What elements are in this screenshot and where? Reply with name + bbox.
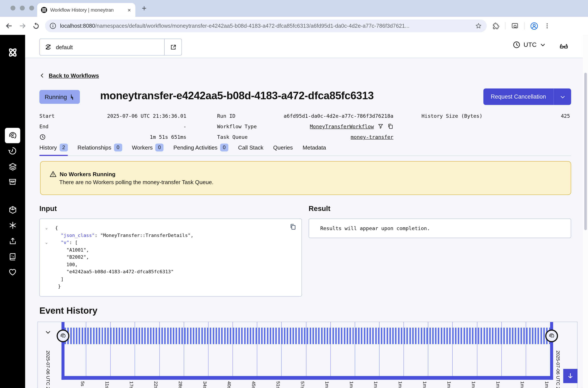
bookmark-star-icon[interactable] — [475, 22, 482, 30]
nav-schedules[interactable] — [0, 146, 25, 155]
forward-icon[interactable] — [18, 21, 27, 30]
history-size-label: History Size (Bytes) — [421, 113, 483, 119]
warning-title: No Workers Running — [60, 171, 115, 177]
workflow-tabs: History2Relationships0Workers0Pending Ac… — [39, 144, 571, 156]
end-label: End — [39, 123, 49, 129]
timeline-tick-label: 1m — [446, 381, 452, 388]
running-pulse-icon — [69, 94, 74, 100]
timeline-collapse-button[interactable] — [45, 329, 51, 337]
collapse-caret-icon[interactable]: ⌄ — [43, 224, 49, 231]
site-info-icon[interactable] — [49, 23, 56, 29]
timeline-tick-label: 1m — [471, 381, 476, 388]
warning-triangle-icon — [49, 170, 56, 178]
tab-metadata[interactable]: Metadata — [303, 144, 326, 152]
back-to-workflows-link[interactable]: Back to Workflows — [39, 73, 99, 79]
new-tab-button[interactable]: + — [142, 4, 147, 12]
url-bar[interactable]: localhost:8080/namespaces/default/workfl… — [45, 20, 487, 32]
workflow-type-link[interactable]: MoneyTransferWorkflow — [310, 123, 374, 129]
page-scrollbar[interactable] — [583, 35, 588, 388]
json-line: : [ — [69, 239, 78, 246]
tab-close-icon[interactable]: × — [127, 7, 131, 13]
timeline-tick-label: 1m — [495, 381, 500, 388]
extensions-icon[interactable] — [492, 22, 500, 30]
workflow-started-marker[interactable] — [56, 330, 69, 342]
copy-icon[interactable] — [387, 123, 393, 129]
result-box: Results will appear upon completion. — [309, 218, 571, 238]
back-link-label: Back to Workflows — [49, 73, 99, 79]
namespace-name: default — [56, 44, 73, 50]
window-zoom-button[interactable] — [29, 6, 34, 11]
tab-relationships[interactable]: Relationships0 — [78, 144, 122, 152]
chevron-down-icon — [540, 42, 546, 48]
workflows-spiral-icon — [8, 131, 17, 140]
nav-import[interactable] — [0, 237, 25, 245]
no-workers-warning: No Workers Running There are no Workers … — [40, 161, 571, 195]
cancellation-menu-button[interactable] — [553, 89, 571, 105]
status-label: Running — [45, 94, 67, 100]
tab-pending-activities[interactable]: Pending Activities0 — [173, 144, 228, 152]
nav-feedback[interactable] — [0, 268, 25, 276]
nav-docs[interactable] — [0, 252, 25, 261]
timeline-event-band[interactable] — [65, 328, 550, 344]
run-id-value: a6fd95d1-da0c-4d2e-a77c-786f3d76218a — [284, 113, 393, 119]
temporal-favicon-icon — [41, 7, 47, 13]
url-text[interactable]: localhost:8080/namespaces/default/workfl… — [60, 23, 471, 29]
event-history-heading: Event History — [39, 306, 97, 316]
toolbar-divider — [505, 22, 506, 30]
page-scrollbar-thumb[interactable] — [584, 73, 587, 230]
temporal-logo-icon[interactable] — [0, 46, 25, 59]
nav-namespaces[interactable] — [0, 205, 25, 214]
workflow-type-label: Workflow Type — [217, 123, 257, 129]
labs-mode-button[interactable] — [559, 42, 569, 53]
json-line: 100, — [66, 261, 78, 268]
timeline-tick-label: 5s — [80, 381, 85, 386]
reload-icon[interactable] — [32, 21, 41, 30]
timezone-selector[interactable]: UTC — [513, 41, 546, 49]
history-size-value: 425 — [561, 113, 570, 119]
tab-call-stack[interactable]: Call Stack — [238, 144, 264, 152]
nav-deployments[interactable] — [0, 162, 25, 171]
status-badge: Running — [39, 90, 80, 104]
back-icon[interactable] — [4, 21, 14, 30]
filter-funnel-icon[interactable] — [378, 123, 384, 129]
tab-history[interactable]: History2 — [39, 144, 68, 152]
latest-event-marker[interactable] — [545, 330, 558, 342]
tab-label: Queries — [273, 144, 293, 151]
request-cancellation-button[interactable]: Request Cancellation — [483, 89, 554, 105]
app-header: default UTC — [25, 35, 588, 58]
task-queue-link[interactable]: money-transfer — [351, 134, 393, 140]
window-minimize-button[interactable] — [20, 6, 25, 11]
scroll-to-bottom-button[interactable] — [563, 369, 577, 383]
tab-label: Metadata — [303, 144, 326, 151]
timeline-tick-label: 57s — [300, 381, 305, 388]
arrow-down-icon — [566, 372, 574, 380]
toolbar-divider-2 — [524, 22, 525, 30]
result-heading: Result — [309, 205, 330, 213]
start-value: 2025-07-06 UTC 21:36:36.01 — [107, 113, 186, 119]
event-history-timeline[interactable]: 2025-07-06 UTC 2 2025-07-06 UTC 2 5s11s1… — [37, 322, 577, 388]
namespace-external-link-button[interactable] — [164, 39, 181, 55]
json-line: "A1001", — [66, 246, 89, 253]
tab-count-badge: 0 — [114, 144, 122, 151]
browser-toolbar: localhost:8080/namespaces/default/workfl… — [0, 17, 588, 35]
namespace-current[interactable]: default — [40, 39, 164, 55]
collapse-caret-icon[interactable]: ⌄ — [43, 239, 49, 246]
chevron-left-icon — [39, 73, 45, 78]
input-heading: Input — [39, 205, 57, 213]
window-close-button[interactable] — [11, 6, 16, 11]
tab-workers[interactable]: Workers0 — [132, 144, 164, 152]
workflow-detail-page: Back to Workflows Running moneytransfer-… — [25, 58, 588, 388]
nav-nexus[interactable] — [0, 221, 25, 229]
nav-batch-operations[interactable] — [0, 178, 25, 186]
namespace-selector[interactable]: default — [39, 39, 182, 56]
profile-avatar-icon[interactable] — [530, 22, 539, 30]
nav-workflows-active[interactable] — [5, 128, 20, 143]
browser-menu-icon[interactable] — [544, 23, 550, 29]
browser-tab[interactable]: Workflow History | moneytran × — [37, 3, 135, 17]
tab-queries[interactable]: Queries — [273, 144, 293, 152]
tab-count-badge: 0 — [155, 144, 164, 151]
workflow-details: Start 2025-07-06 UTC 21:36:36.01 Run ID … — [39, 111, 571, 142]
copy-icon[interactable] — [290, 223, 296, 230]
request-cancellation-split-button[interactable]: Request Cancellation — [483, 89, 571, 105]
tab-search-icon[interactable] — [511, 22, 519, 30]
